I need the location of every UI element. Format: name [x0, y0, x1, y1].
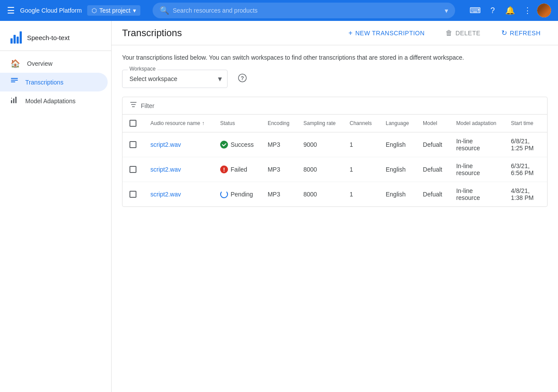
sidebar-header: Speech-to-text	[0, 24, 111, 51]
add-icon: +	[348, 29, 353, 37]
col-header-model-adaptation: Model adaptation	[456, 120, 496, 126]
cell-start-time: 6/3/21, 6:56 PM	[504, 157, 547, 182]
col-header-name: Audio resource name	[150, 120, 200, 126]
filter-label: Filter	[141, 102, 154, 109]
row-checkbox-2[interactable]	[129, 191, 136, 198]
cell-encoding: MP3	[261, 157, 296, 182]
cell-start-time: 6/8/21, 1:25 PM	[504, 132, 547, 157]
workspace-select[interactable]: Select workspace	[122, 70, 227, 88]
page-header: Transcriptions + NEW TRANSCRIPTION 🗑 DEL…	[112, 21, 558, 45]
sidebar-item-model-adaptations[interactable]: Model Adaptations	[0, 91, 108, 110]
search-bar[interactable]: 🔍 ▾	[153, 3, 455, 18]
svg-text:!: !	[223, 166, 225, 173]
workspace-section: Workspace Select workspace ▾ ?	[122, 70, 548, 88]
cell-status: !Failed	[213, 157, 261, 182]
transcriptions-table-container: Filter Audio resource name ↑	[122, 97, 548, 207]
cell-channels: 1	[343, 132, 379, 157]
workspace-help-icon[interactable]: ?	[238, 74, 247, 84]
cell-status: Pending	[213, 182, 261, 207]
sidebar-item-label: Model Adaptations	[25, 98, 75, 105]
navbar-actions: ⌨ ? 🔔 ⋮	[467, 3, 551, 18]
filter-icon	[129, 101, 137, 111]
delete-label: DELETE	[456, 30, 480, 37]
pending-icon	[220, 190, 228, 198]
cell-name[interactable]: script2.wav	[143, 182, 213, 207]
col-header-language: Language	[386, 120, 409, 126]
row-checkbox-1[interactable]	[129, 166, 136, 173]
svg-rect-1	[11, 80, 18, 81]
cell-sampling-rate: 8000	[296, 182, 343, 207]
cell-language: English	[379, 132, 416, 157]
select-all-checkbox[interactable]	[129, 120, 136, 127]
project-name: Test project	[99, 7, 131, 14]
cell-model: Defualt	[416, 157, 449, 182]
cell-name[interactable]: script2.wav	[143, 157, 213, 182]
cell-status: Success	[213, 132, 261, 157]
failed-icon: !	[220, 166, 228, 173]
refresh-label: REFRESH	[510, 30, 541, 37]
model-adaptations-icon	[10, 96, 18, 106]
cell-model: Defualt	[416, 132, 449, 157]
search-icon: 🔍	[160, 6, 169, 15]
svg-rect-4	[13, 98, 14, 103]
page-title: Transcriptions	[122, 27, 334, 39]
cell-model-adaptation: In-line resource	[449, 157, 504, 182]
project-selector[interactable]: ⬡ Test project ▾	[87, 5, 141, 16]
svg-rect-6	[11, 98, 12, 99]
new-transcription-label: NEW TRANSCRIPTION	[355, 30, 425, 37]
sidebar: Speech-to-text 🏠 Overview Transcriptions	[0, 21, 112, 392]
notifications-button[interactable]: 🔔	[502, 3, 518, 18]
cell-model-adaptation: In-line resource	[449, 182, 504, 207]
more-options-button[interactable]: ⋮	[520, 3, 535, 18]
col-header-model: Model	[423, 120, 437, 126]
product-icon	[10, 31, 22, 44]
sidebar-item-label: Overview	[27, 60, 52, 67]
svg-rect-5	[15, 97, 17, 103]
cell-sampling-rate: 9000	[296, 132, 343, 157]
delete-button: 🗑 DELETE	[439, 27, 487, 40]
svg-text:?: ?	[241, 75, 244, 81]
search-input[interactable]	[173, 7, 441, 14]
app-logo: Google Cloud Platform	[20, 7, 82, 14]
main-content: Transcriptions + NEW TRANSCRIPTION 🗑 DEL…	[112, 21, 558, 392]
col-header-encoding: Encoding	[268, 120, 289, 126]
project-icon: ⬡	[92, 7, 97, 14]
svg-rect-3	[11, 100, 12, 103]
cell-name[interactable]: script2.wav	[143, 132, 213, 157]
navbar: ☰ Google Cloud Platform ⬡ Test project ▾…	[0, 0, 558, 21]
user-avatar[interactable]	[537, 3, 551, 17]
svg-rect-0	[11, 78, 18, 79]
project-chevron-icon: ▾	[133, 7, 136, 14]
transcriptions-icon	[10, 77, 18, 87]
search-expand-icon[interactable]: ▾	[445, 7, 448, 15]
sidebar-item-label: Transcriptions	[25, 79, 63, 86]
row-checkbox-0[interactable]	[129, 141, 136, 148]
sidebar-item-overview[interactable]: 🏠 Overview	[0, 54, 108, 73]
cloud-shell-button[interactable]: ⌨	[467, 3, 483, 18]
cell-start-time: 4/8/21, 1:38 PM	[504, 182, 547, 207]
overview-icon: 🏠	[10, 59, 20, 68]
workspace-selector[interactable]: Workspace Select workspace ▾	[122, 70, 228, 88]
cell-encoding: MP3	[261, 182, 296, 207]
cell-model-adaptation: In-line resource	[449, 132, 504, 157]
menu-icon[interactable]: ☰	[7, 5, 15, 16]
help-button[interactable]: ?	[485, 3, 500, 18]
col-header-sampling-rate: Sampling rate	[303, 120, 336, 126]
col-header-channels: Channels	[350, 120, 372, 126]
refresh-button[interactable]: ↻ REFRESH	[494, 26, 548, 40]
table-row: script2.wav!FailedMP380001EnglishDefualt…	[122, 157, 547, 182]
cell-channels: 1	[343, 182, 379, 207]
cell-channels: 1	[343, 157, 379, 182]
page-content: Your transcriptions listed below. You ca…	[112, 45, 558, 392]
sort-icon[interactable]: ↑	[202, 120, 204, 126]
page-description: Your transcriptions listed below. You ca…	[122, 54, 548, 61]
success-icon	[220, 141, 228, 149]
new-transcription-button[interactable]: + NEW TRANSCRIPTION	[341, 27, 432, 40]
cell-encoding: MP3	[261, 132, 296, 157]
col-header-status: Status	[220, 120, 235, 126]
cell-language: English	[379, 182, 416, 207]
sidebar-product-name: Speech-to-text	[27, 34, 70, 41]
sidebar-nav: 🏠 Overview Transcriptions	[0, 51, 111, 114]
sidebar-item-transcriptions[interactable]: Transcriptions	[0, 73, 108, 91]
table-row: script2.wavPendingMP380001EnglishDefualt…	[122, 182, 547, 207]
